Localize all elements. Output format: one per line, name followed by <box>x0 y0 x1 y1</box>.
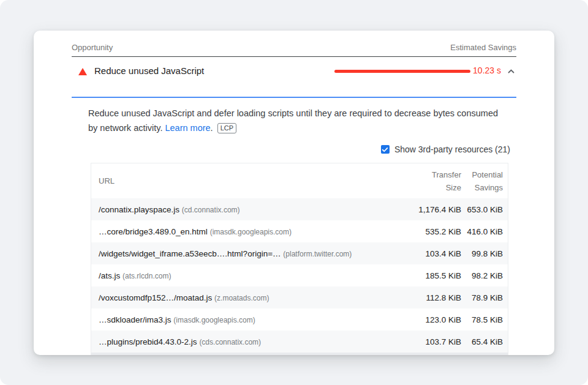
table-row: /ats.js (ats.rlcdn.com) 185.5 KiB 98.2 K… <box>91 264 508 286</box>
audit-row-reduce-unused-javascript[interactable]: Reduce unused JavaScript 10.23 s <box>72 57 516 98</box>
transfer-size-column-header: Transfer Size <box>418 168 461 194</box>
third-party-filter-row: Show 3rd-party resources (21) <box>91 143 510 155</box>
opportunity-header-row: Opportunity Estimated Savings <box>72 31 516 57</box>
savings-bar <box>334 70 470 73</box>
resource-domain: (cd.connatix.com) <box>182 206 240 214</box>
transfer-size-value: 1,176.4 KiB <box>418 205 461 214</box>
resources-table: URL Transfer Size Potential Savings /con… <box>91 163 508 355</box>
third-party-filter-label[interactable]: Show 3rd-party resources (21) <box>394 144 510 154</box>
potential-savings-value: 78.5 KiB <box>461 315 508 324</box>
description-text: Reduce unused JavaScript and defer loadi… <box>88 108 498 133</box>
estimated-savings-value: 10.23 s <box>472 63 501 78</box>
audit-title: Reduce unused JavaScript <box>94 64 334 78</box>
resource-domain: (platform.twitter.com) <box>283 250 352 258</box>
potential-savings-column-header: Potential Savings <box>461 168 508 194</box>
resource-url: /voxcustomdfp152…/moatad.js <box>99 293 212 302</box>
potential-savings-value: 98.2 KiB <box>461 271 508 280</box>
transfer-size-value: 103.4 KiB <box>418 249 461 258</box>
potential-savings-value: 99.8 KiB <box>461 249 508 258</box>
resource-url: …plugins/prebid4.43.0-2.js <box>99 337 197 346</box>
potential-savings-value: 653.0 KiB <box>461 205 508 214</box>
resource-url: /ats.js <box>99 271 120 280</box>
url-column-header: URL <box>91 176 418 185</box>
url-cell: …sdkloader/ima3.js (imasdk.googleapis.co… <box>91 315 418 324</box>
resource-url: /connatix.playspace.js <box>99 205 179 214</box>
url-cell: /voxcustomdfp152…/moatad.js (z.moatads.c… <box>91 293 418 302</box>
potential-savings-value: 65.4 KiB <box>461 337 508 346</box>
url-cell: /connatix.playspace.js (cd.connatix.com) <box>91 205 418 214</box>
url-cell: /ats.js (ats.rlcdn.com) <box>91 271 418 280</box>
url-cell: /widgets/widget_iframe.a53eecb….html?ori… <box>91 249 418 258</box>
resources-table-body: /connatix.playspace.js (cd.connatix.com)… <box>91 198 508 353</box>
resource-domain: (z.moatads.com) <box>214 294 269 302</box>
estimated-savings-column-label: Estimated Savings <box>450 43 516 52</box>
lcp-chip: LCP <box>217 123 236 133</box>
resource-url: /widgets/widget_iframe.a53eecb….html?ori… <box>99 249 281 258</box>
transfer-size-value: 185.5 KiB <box>418 271 461 280</box>
audit-card: Opportunity Estimated Savings Reduce unu… <box>34 31 554 355</box>
chevron-up-icon[interactable] <box>507 67 515 75</box>
url-cell: …core/bridge3.489.0_en.html (imasdk.goog… <box>91 227 418 236</box>
resource-domain: (imasdk.googleapis.com) <box>173 316 255 324</box>
resource-domain: (imasdk.googleapis.com) <box>210 228 292 236</box>
transfer-size-value: 123.0 KiB <box>418 315 461 324</box>
fail-triangle-icon <box>78 68 87 75</box>
resources-table-header: URL Transfer Size Potential Savings <box>91 163 508 198</box>
table-row: …core/bridge3.489.0_en.html (imasdk.goog… <box>91 220 508 242</box>
learn-more-link[interactable]: Learn more <box>165 123 210 133</box>
card-content: Opportunity Estimated Savings Reduce unu… <box>34 31 554 355</box>
resource-url: …sdkloader/ima3.js <box>99 315 172 324</box>
transfer-size-value: 535.2 KiB <box>418 227 461 236</box>
potential-savings-value: 416.0 KiB <box>461 227 508 236</box>
table-row: /voxcustomdfp152…/moatad.js (z.moatads.c… <box>91 286 508 308</box>
table-row: /widgets/widget_iframe.a53eecb….html?ori… <box>91 242 508 264</box>
description-period: . <box>211 123 213 133</box>
page-background: Opportunity Estimated Savings Reduce unu… <box>0 0 588 385</box>
url-cell: …plugins/prebid4.43.0-2.js (cds.connatix… <box>91 337 418 346</box>
potential-savings-value: 78.9 KiB <box>461 293 508 302</box>
show-third-party-checkbox[interactable] <box>381 145 390 154</box>
transfer-size-value: 103.7 KiB <box>418 337 461 346</box>
resource-domain: (ats.rlcdn.com) <box>123 272 171 280</box>
audit-description: Reduce unused JavaScript and defer loadi… <box>88 106 503 135</box>
table-row: …plugins/prebid4.43.0-2.js (cds.connatix… <box>91 331 508 353</box>
resource-domain: (cds.connatix.com) <box>199 338 261 346</box>
resource-url: …core/bridge3.489.0_en.html <box>99 227 208 236</box>
table-row: /connatix.playspace.js (cd.connatix.com)… <box>91 198 508 220</box>
transfer-size-value: 112.8 KiB <box>418 293 461 302</box>
partial-next-row <box>91 353 508 355</box>
table-row: …sdkloader/ima3.js (imasdk.googleapis.co… <box>91 308 508 331</box>
opportunity-column-label: Opportunity <box>72 43 113 52</box>
